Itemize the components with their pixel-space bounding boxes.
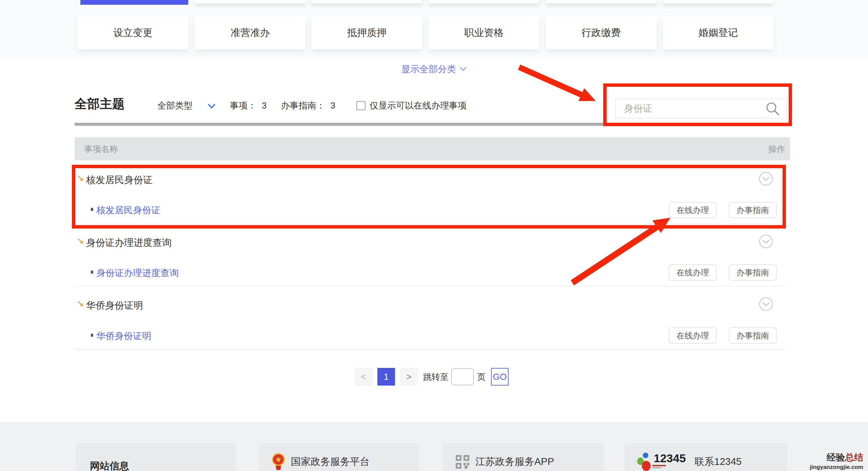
chevron-down-icon[interactable]: [208, 103, 216, 109]
group-title: 核发居民身份证: [86, 174, 153, 187]
items-count-label: 事项：: [230, 100, 256, 112]
national-platform-card[interactable]: 国家政务服务平台: [259, 443, 419, 471]
hotline-logo-decor: [652, 467, 661, 468]
national-platform-label: 国家政务服务平台: [291, 455, 370, 469]
collapse-chevron-icon[interactable]: [758, 234, 773, 249]
qr-code-icon: [456, 455, 469, 469]
action-column-header: 操作: [768, 143, 785, 155]
online-only-label[interactable]: 仅显示可以在线办理事项: [370, 100, 467, 112]
top-card-partial: [663, 0, 773, 3]
service-guide-button[interactable]: 办事指南: [729, 328, 776, 344]
page-1-button[interactable]: 1: [377, 368, 395, 386]
page-unit-label: 页: [477, 371, 486, 382]
subtopic-arrow-icon: ↘: [77, 299, 85, 308]
top-card-partial: [195, 0, 305, 3]
online-handle-button[interactable]: 在线办理: [669, 328, 716, 344]
category-card-mortgage[interactable]: 抵押质押: [312, 16, 422, 49]
list-bullet: [91, 271, 93, 274]
service-guide-button[interactable]: 办事指南: [729, 202, 776, 218]
online-only-checkbox[interactable]: [356, 101, 366, 110]
chevron-down-icon: [459, 66, 467, 72]
contact-12345-card[interactable]: 12345 联系12345: [625, 443, 787, 471]
type-filter[interactable]: 全部类型: [157, 100, 193, 112]
watermark-text-1: 经验: [827, 452, 845, 463]
group-title: 身份证办理进度查询: [86, 236, 172, 249]
active-tab-indicator: [80, 0, 188, 5]
watermark: 经验总结 jingyanzongjie.com: [810, 453, 863, 470]
search-input[interactable]: [615, 99, 787, 118]
jump-page-input[interactable]: [451, 368, 474, 385]
table-header: 事项名称 操作: [75, 137, 790, 160]
group-title: 华侨身份证明: [86, 299, 143, 312]
category-label: 准营准办: [231, 26, 270, 40]
jump-to-label: 跳转至: [423, 371, 449, 382]
guides-count-value: 3: [330, 100, 335, 111]
site-info-card: 网站信息: [76, 443, 236, 471]
go-button[interactable]: GO: [491, 368, 509, 386]
online-handle-button[interactable]: 在线办理: [669, 264, 716, 280]
list-bullet: [91, 208, 93, 211]
category-card-permit[interactable]: 准营准办: [195, 16, 305, 49]
watermark-text-2: 总结: [845, 452, 863, 463]
row-divider: [75, 349, 785, 350]
collapse-chevron-icon[interactable]: [758, 297, 773, 312]
collapse-chevron-icon[interactable]: [758, 171, 773, 186]
show-all-label: 显示全部分类: [401, 63, 456, 75]
hotline-logo-number: 12345: [654, 452, 686, 464]
category-label: 婚姻登记: [698, 26, 738, 40]
filter-row: 全部类型 事项： 3 办事指南： 3 仅显示可以在线办理事项: [157, 98, 467, 113]
next-page-button[interactable]: >: [400, 368, 418, 386]
category-label: 抵押质押: [347, 26, 387, 40]
list-bullet: [91, 334, 93, 337]
search-icon[interactable]: [766, 102, 780, 116]
pagination: < 1 > 跳转至 页 GO: [355, 368, 509, 386]
category-card-admin-fee[interactable]: 行政缴费: [546, 16, 656, 49]
top-card-partial: [312, 0, 422, 3]
category-label: 职业资格: [464, 26, 504, 40]
divider-bar: [75, 123, 790, 126]
contact-12345-label: 联系12345: [695, 455, 742, 469]
category-label: 行政缴费: [581, 26, 621, 40]
jiangsu-app-label: 江苏政务服务APP: [475, 455, 554, 469]
items-count: 事项： 3: [230, 100, 267, 112]
top-card-partial: [546, 0, 656, 3]
online-handle-button[interactable]: 在线办理: [669, 202, 716, 218]
hotline-logo-icon: [637, 452, 652, 471]
item-link[interactable]: 华侨身份证明: [96, 330, 151, 342]
guides-count: 办事指南： 3: [281, 100, 335, 112]
category-card-marriage[interactable]: 婚姻登记: [663, 16, 773, 49]
subtopic-arrow-icon: ↘: [77, 237, 85, 246]
row-divider: [75, 286, 785, 287]
page: 设立变更 准营准办 抵押质押 职业资格 行政缴费 婚姻登记 显示全部分类 全部主…: [0, 0, 868, 471]
category-card-setup-change[interactable]: 设立变更: [78, 16, 188, 49]
name-column-header: 事项名称: [84, 143, 118, 155]
items-count-value: 3: [262, 100, 267, 111]
item-link[interactable]: 身份证办理进度查询: [96, 267, 179, 279]
subtopic-arrow-icon: ↘: [77, 174, 85, 183]
jiangsu-app-card[interactable]: 江苏政务服务APP: [443, 443, 604, 471]
category-label: 设立变更: [113, 26, 153, 40]
site-info-title: 网站信息: [90, 459, 129, 471]
hotline-logo-decor: [652, 465, 666, 466]
row-annotation-box: [72, 165, 786, 229]
guides-count-label: 办事指南：: [281, 100, 325, 112]
row-divider: [75, 224, 785, 224]
top-card-partial: [429, 0, 539, 3]
category-card-qualification[interactable]: 职业资格: [429, 16, 539, 49]
show-all-categories-link[interactable]: 显示全部分类: [0, 63, 868, 75]
service-guide-button[interactable]: 办事指南: [729, 264, 776, 280]
national-emblem-icon: [271, 453, 285, 471]
hotline-12345-logo: 12345: [637, 452, 686, 471]
footer: 网站信息 国家政务服务平台 江苏政务服务APP: [0, 422, 868, 471]
prev-page-button[interactable]: <: [355, 368, 372, 386]
page-title: 全部主题: [75, 96, 125, 113]
item-link[interactable]: 核发居民身份证: [96, 204, 160, 216]
watermark-domain: jingyanzongjie.com: [810, 464, 863, 470]
